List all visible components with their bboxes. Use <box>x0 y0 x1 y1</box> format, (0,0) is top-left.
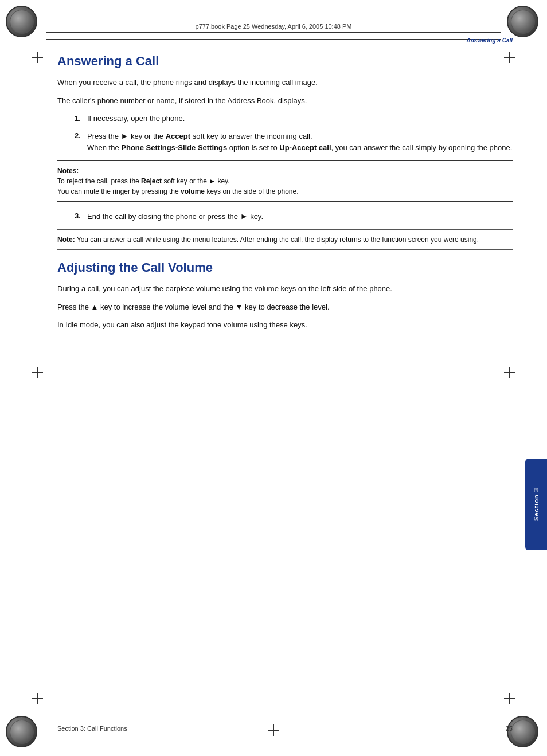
step-2-key-icon: ► <box>121 131 129 140</box>
section2-para2: Press the ▲ key to increase the volume l… <box>57 301 513 313</box>
header-bar: p777.book Page 25 Wednesday, April 6, 20… <box>46 23 501 33</box>
section2-down-arrow: ▼ <box>236 303 243 311</box>
step-2-sub-end: , you can answer the call simply by open… <box>331 143 513 152</box>
single-note-label: Note: <box>57 236 75 244</box>
corner-circle-bottom-left <box>6 716 37 747</box>
step-1: 1. If necessary, open the phone. <box>75 113 513 124</box>
step-2-bold3: Up-Accept call <box>279 143 331 152</box>
crosshair-top-left <box>32 52 43 63</box>
section1-para1: When you receive a call, the phone rings… <box>57 77 513 88</box>
section2-up-arrow: ▲ <box>91 303 99 311</box>
notes-line1-key: ► <box>209 177 216 185</box>
corner-decoration-top-right <box>507 6 541 40</box>
notes-label: Notes: <box>57 167 79 175</box>
notes-line1-end: key. <box>216 177 229 185</box>
notes-line1-before: To reject the call, press the <box>57 177 141 185</box>
step-2-sub-before: When the <box>87 143 121 152</box>
section-adjusting-volume: Adjusting the Call Volume During a call,… <box>57 260 513 331</box>
notes-box: Notes: To reject the call, press the Rej… <box>57 160 513 202</box>
section1-heading: Answering a Call <box>57 54 513 69</box>
section1-para2: The caller's phone number or name, if st… <box>57 95 513 107</box>
header-meta-text: p777.book Page 25 Wednesday, April 6, 20… <box>196 23 352 30</box>
step-3-key-icon: ► <box>240 211 248 221</box>
content-area: Answering a Call Answering a Call When y… <box>57 37 513 710</box>
step-2-bold1: Accept <box>166 132 190 140</box>
crosshair-bottom-left <box>32 693 43 704</box>
step-2-number: 2. <box>75 130 87 154</box>
step-3-number: 3. <box>75 210 87 222</box>
notes-line2-bold: volume <box>181 187 205 195</box>
section2-para2-before: Press the <box>57 303 91 311</box>
notes-line2-before: You can mute the ringer by pressing the <box>57 187 181 195</box>
corner-circle-top-left <box>6 6 37 37</box>
step-2-bold2: Phone Settings-Slide Settings <box>121 143 227 152</box>
step-2: 2. Press the ► key or the Accept soft ke… <box>75 130 513 154</box>
step-2-text-before: Press the <box>87 132 121 140</box>
footer: Section 3: Call Functions 25 <box>57 725 513 732</box>
steps-list: 1. If necessary, open the phone. 2. Pres… <box>75 113 513 153</box>
step-1-text: If necessary, open the phone. <box>87 113 513 124</box>
step-2-sub-mid: option is set to <box>227 143 279 152</box>
notes-line1-bold: Reject <box>141 177 162 185</box>
corner-decoration-bottom-right <box>507 716 541 750</box>
footer-page-num: 25 <box>506 725 513 732</box>
footer-section-label: Section 3: Call Functions <box>57 725 127 732</box>
single-note-text: You can answer a call while using the me… <box>75 236 479 244</box>
section-tab: Section 3 <box>525 459 547 550</box>
step-3-text-before: End the call by closing the phone or pre… <box>87 212 240 221</box>
section2-heading: Adjusting the Call Volume <box>57 260 513 275</box>
notes-line2-end: keys on the side of the phone. <box>205 187 298 195</box>
step-2-text-mid: key or the <box>128 132 165 140</box>
section-answering-call: Answering a Call When you receive a call… <box>57 54 513 250</box>
step-2-text-after: soft key to answer the incoming call. <box>190 132 312 140</box>
single-note-box: Note: You can answer a call while using … <box>57 229 513 250</box>
step-2-content: Press the ► key or the Accept soft key t… <box>87 130 513 154</box>
section-tab-text: Section 3 <box>533 488 540 521</box>
step-3-list: 3. End the call by closing the phone or … <box>75 210 513 222</box>
page-container: p777.book Page 25 Wednesday, April 6, 20… <box>0 0 547 756</box>
step-3-text-after: key. <box>248 212 264 221</box>
page-section-header: Answering a Call <box>57 37 513 44</box>
section2-para2-mid: key to increase the volume level and the <box>98 303 235 311</box>
step-1-number: 1. <box>75 113 87 124</box>
section2-para2-end: key to decrease the level. <box>243 303 329 311</box>
section2-para1: During a call, you can adjust the earpie… <box>57 283 513 295</box>
notes-line1-mid: soft key or the <box>162 177 209 185</box>
section2-para3: In Idle mode, you can also adjust the ke… <box>57 319 513 331</box>
crosshair-mid-left <box>32 367 43 378</box>
corner-decoration-top-left <box>6 6 40 40</box>
corner-circle-top-right <box>507 6 538 37</box>
step-3-content: End the call by closing the phone or pre… <box>87 210 513 222</box>
corner-decoration-bottom-left <box>6 716 40 750</box>
step-3: 3. End the call by closing the phone or … <box>75 210 513 222</box>
